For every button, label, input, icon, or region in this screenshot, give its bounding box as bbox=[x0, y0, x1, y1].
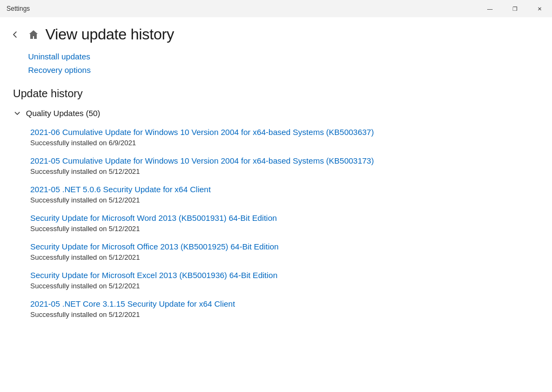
update-status: Successfully installed on 6/9/2021 bbox=[30, 139, 136, 147]
update-name-link[interactable]: 2021-05 .NET Core 3.1.15 Security Update… bbox=[30, 299, 539, 308]
update-name-link[interactable]: Security Update for Microsoft Word 2013 … bbox=[30, 213, 539, 222]
minimize-button[interactable]: — bbox=[477, 0, 502, 17]
back-button[interactable] bbox=[9, 28, 22, 41]
back-icon bbox=[11, 30, 19, 39]
section-title: Update history bbox=[13, 87, 539, 100]
title-bar: Settings — ❐ ✕ bbox=[0, 0, 552, 17]
update-history-section: Update history Quality Updates (50) 2021… bbox=[0, 79, 552, 329]
update-status: Successfully installed on 5/12/2021 bbox=[30, 253, 140, 261]
update-name-link[interactable]: 2021-05 Cumulative Update for Windows 10… bbox=[30, 156, 539, 165]
title-bar-controls: — ❐ ✕ bbox=[477, 0, 552, 17]
update-status: Successfully installed on 5/12/2021 bbox=[30, 167, 140, 175]
update-name-link[interactable]: 2021-06 Cumulative Update for Windows 10… bbox=[30, 127, 539, 137]
home-icon bbox=[28, 29, 39, 40]
update-item: Security Update for Microsoft Office 201… bbox=[30, 239, 539, 267]
update-status: Successfully installed on 5/12/2021 bbox=[30, 225, 140, 233]
update-item: Security Update for Microsoft Excel 2013… bbox=[30, 267, 539, 296]
close-button[interactable]: ✕ bbox=[527, 0, 552, 17]
update-name-link[interactable]: 2021-05 .NET 5.0.6 Security Update for x… bbox=[30, 185, 539, 194]
update-status: Successfully installed on 5/12/2021 bbox=[30, 310, 140, 319]
page-title: View update history bbox=[45, 26, 174, 43]
update-item: Security Update for Microsoft Word 2013 … bbox=[30, 210, 539, 239]
quality-updates-category[interactable]: Quality Updates (50) bbox=[13, 106, 539, 120]
update-item: 2021-05 .NET Core 3.1.15 Security Update… bbox=[30, 296, 539, 325]
update-item: 2021-05 Cumulative Update for Windows 10… bbox=[30, 153, 539, 181]
update-item: 2021-05 .NET 5.0.6 Security Update for x… bbox=[30, 181, 539, 210]
chevron-down-icon bbox=[13, 109, 22, 118]
update-status: Successfully installed on 5/12/2021 bbox=[30, 282, 140, 290]
update-status: Successfully installed on 5/12/2021 bbox=[30, 196, 140, 204]
recovery-options-link[interactable]: Recovery options bbox=[28, 65, 539, 75]
update-item: 2021-06 Cumulative Update for Windows 10… bbox=[30, 124, 539, 153]
uninstall-updates-link[interactable]: Uninstall updates bbox=[28, 52, 539, 61]
maximize-button[interactable]: ❐ bbox=[502, 0, 527, 17]
main-content: View update history Uninstall updates Re… bbox=[0, 17, 552, 392]
title-bar-title: Settings bbox=[6, 5, 30, 12]
update-name-link[interactable]: Security Update for Microsoft Excel 2013… bbox=[30, 271, 539, 280]
links-section: Uninstall updates Recovery options bbox=[0, 48, 552, 79]
page-header: View update history bbox=[0, 17, 552, 48]
title-bar-left: Settings bbox=[6, 5, 30, 12]
quality-updates-label: Quality Updates (50) bbox=[26, 109, 100, 118]
update-name-link[interactable]: Security Update for Microsoft Office 201… bbox=[30, 242, 539, 251]
updates-list: 2021-06 Cumulative Update for Windows 10… bbox=[13, 124, 539, 325]
